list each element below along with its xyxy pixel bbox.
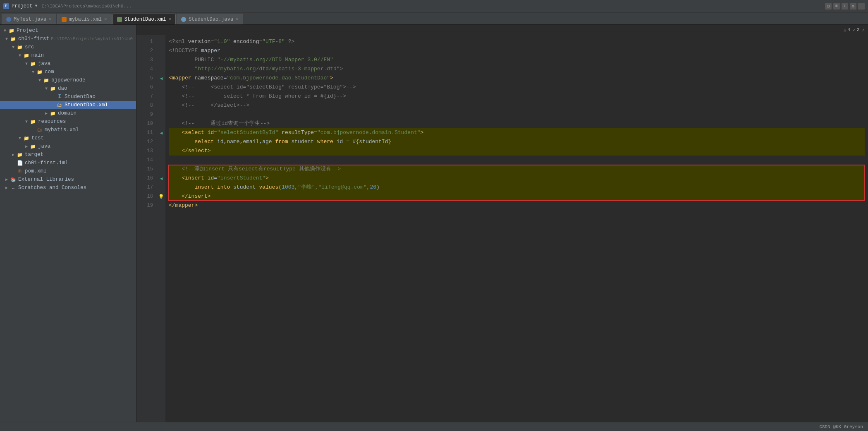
arrow-src: ▼	[10, 45, 17, 50]
label-studentdaoxml: StudentDao.xml	[65, 102, 108, 108]
sidebar-item-com[interactable]: ▼ 📁 com	[0, 68, 136, 76]
icon-sort[interactable]: ↕	[842, 3, 848, 10]
ln-15: 15	[136, 165, 153, 174]
label-scratches: Scratches and Consoles	[18, 185, 86, 191]
title-dropdown-arrow[interactable]: ▼	[35, 4, 37, 8]
tab-studentdaoxml[interactable]: StudentDao.xml ×	[112, 14, 176, 24]
tab-icon-java	[6, 17, 11, 22]
gutter-8	[157, 101, 165, 110]
sidebar-item-extlibs[interactable]: ▶ 📚 External Libraries	[0, 175, 136, 184]
tab-icon-interface	[181, 17, 186, 22]
sidebar-item-pomxml[interactable]: m pom.xml	[0, 167, 136, 175]
sidebar-item-iml[interactable]: 📄 ch01-first.iml	[0, 159, 136, 167]
arrow-testjava: ▶	[23, 144, 30, 149]
sidebar-item-main[interactable]: ▼ 📁 main	[0, 51, 136, 60]
ch01-first-path: E:\IDEA\Projects\mybatis01\ch0	[51, 36, 133, 41]
sidebar-item-bjpowernode[interactable]: ▼ 📁 bjpowernode	[0, 76, 136, 84]
tab-mytestjava[interactable]: MyTest.java ×	[2, 14, 56, 24]
code-line-8: <!-- </select>-->	[169, 101, 865, 110]
icon-minimize[interactable]: —	[858, 3, 865, 10]
gutter-10	[157, 119, 165, 128]
warning-icon: ⚠	[844, 27, 846, 33]
sidebar-item-dao[interactable]: ▼ 📁 dao	[0, 84, 136, 93]
code-lines[interactable]: <?xml version="1.0" encoding="UTF-8" ?> …	[165, 35, 868, 422]
icon-gear[interactable]: ⚙	[850, 3, 856, 10]
label-dao: dao	[58, 86, 67, 91]
gutter-16[interactable]: ◀	[157, 174, 165, 183]
tab-close-studentdaojava[interactable]: ×	[236, 17, 239, 22]
code-line-14	[169, 156, 865, 165]
gutter-11[interactable]: ◀	[157, 128, 165, 137]
gutter-18[interactable]: 💡	[157, 192, 165, 201]
sidebar-item-domain[interactable]: ▶ 📁 domain	[0, 109, 136, 117]
tab-close-mybatisxml[interactable]: ×	[104, 17, 107, 22]
sidebar-item-ch01first[interactable]: ▼ 📁 ch01-first E:\IDEA\Projects\mybatis0…	[0, 35, 136, 43]
gutter-3	[157, 55, 165, 65]
arrow-main: ▼	[17, 53, 23, 58]
gutter-icons: ◀ ◀ ◀ 💡	[157, 35, 165, 422]
sidebar-item-java[interactable]: ▼ 📁 java	[0, 60, 136, 68]
label-project: Project	[17, 28, 38, 34]
label-extlibs: External Libraries	[18, 177, 74, 182]
sidebar-item-mybatisxml[interactable]: 🗂 mybatis.xml	[0, 126, 136, 134]
arrow-scratches: ▶	[3, 185, 10, 190]
arrow-test: ▼	[17, 136, 23, 141]
ln-5: 5	[136, 74, 153, 83]
label-test: test	[31, 135, 44, 141]
sidebar-item-test[interactable]: ▼ 📁 test	[0, 134, 136, 142]
code-line-13: </select>	[169, 146, 865, 156]
status-bar: CSDN @KK-Greyson	[0, 422, 868, 431]
code-line-5: <mapper namespace="com.bjpowernode.dao.S…	[169, 74, 865, 83]
sidebar-item-src[interactable]: ▼ 📁 src	[0, 43, 136, 51]
gutter-5[interactable]: ◀	[157, 74, 165, 83]
arrow-ch01first: ▼	[3, 37, 10, 41]
xml-icon-mybatisxml: 🗂	[36, 127, 43, 133]
tab-mybatisxml[interactable]: mybatis.xml ×	[57, 14, 112, 24]
sidebar-item-project[interactable]: ▼ 📁 Project	[0, 26, 136, 35]
sidebar-item-testjava[interactable]: ▶ 📁 java	[0, 142, 136, 151]
arrow-dao: ▼	[43, 86, 50, 91]
folder-icon-dao: 📁	[50, 85, 56, 92]
icon-list[interactable]: ≡	[833, 3, 840, 10]
sidebar-item-target[interactable]: ▶ 📁 target	[0, 151, 136, 159]
code-line-3: PUBLIC "-//mybatis.org//DTD Mapper 3.0//…	[169, 55, 865, 65]
code-line-11: <select id="selectStudentById" resultTyp…	[169, 128, 865, 137]
tab-close-mytestjava[interactable]: ×	[49, 17, 52, 22]
expand-icon[interactable]: ∧	[862, 27, 865, 33]
ln-7: 7	[136, 92, 153, 101]
sidebar-item-scratches[interactable]: ▶ ✏ Scratches and Consoles	[0, 184, 136, 192]
ln-10: 10	[136, 119, 153, 128]
label-bjpowernode: bjpowernode	[51, 77, 86, 83]
folder-icon-com: 📁	[36, 69, 43, 75]
project-label[interactable]: Project	[12, 3, 32, 9]
title-bar-left: P Project ▼ E:\IDEA\Projects\mybatis01\c…	[3, 3, 132, 9]
sidebar-item-resources[interactable]: ▼ 📁 resources	[0, 117, 136, 126]
label-main: main	[31, 53, 44, 58]
ln-17: 17	[136, 183, 153, 192]
gutter-2	[157, 46, 165, 55]
ln-8: 8	[136, 101, 153, 110]
tab-label-studentdaoxml: StudentDao.xml	[124, 17, 166, 22]
label-iml: ch01-first.iml	[25, 160, 68, 166]
main-layout: ▼ 📁 Project ▼ 📁 ch01-first E:\IDEA\Proje…	[0, 25, 868, 422]
code-line-18: </insert>	[169, 192, 865, 201]
title-bar-icons: ⊞ ≡ ↕ ⚙ —	[825, 3, 865, 10]
ln-14: 14	[136, 156, 153, 165]
tab-close-studentdaoxml[interactable]: ×	[168, 17, 171, 22]
icon-grid[interactable]: ⊞	[825, 3, 832, 10]
code-line-1: <?xml version="1.0" encoding="UTF-8" ?>	[169, 37, 865, 46]
label-resources: resources	[38, 119, 66, 125]
arrow-domain: ▶	[43, 111, 50, 116]
ln-16: 16	[136, 174, 153, 183]
tab-studentdaojava[interactable]: StudentDao.java ×	[177, 14, 243, 24]
xml-decl: <?xml	[169, 37, 188, 46]
label-src: src	[25, 44, 34, 50]
code-container[interactable]: 1 2 3 4 5 6 7 8 9 10 11 12 13 14 15 16 1…	[136, 35, 868, 422]
folder-icon-src: 📁	[17, 44, 23, 50]
extlibs-icon: 📚	[10, 176, 17, 183]
sidebar-item-studentdaoxml[interactable]: 🗂 StudentDao.xml	[0, 101, 136, 109]
gutter-12	[157, 137, 165, 146]
sidebar-item-studentdao[interactable]: I StudentDao	[0, 93, 136, 101]
gutter-9	[157, 110, 165, 119]
gutter-17	[157, 183, 165, 192]
